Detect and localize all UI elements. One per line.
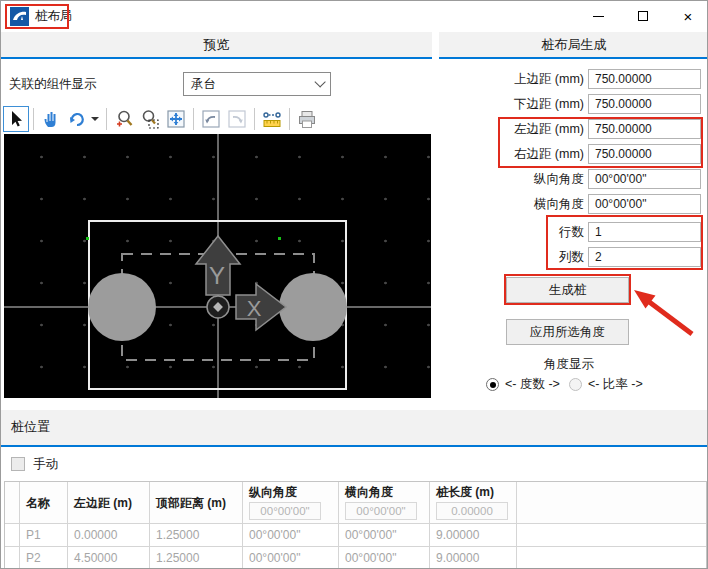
toolbar-separator [254, 108, 255, 130]
column-count-label: 列数 [438, 247, 584, 267]
pile-position-header: 桩位置 [1, 410, 708, 447]
zoom-window-button[interactable] [137, 106, 163, 132]
angle-display-label: 角度显示 [438, 356, 700, 373]
annotation-arrow-icon [626, 284, 704, 342]
cell-vertical-angle[interactable]: 00°00'00" [243, 547, 339, 569]
cell-top-distance[interactable]: 1.25000 [150, 547, 243, 569]
top-margin-input[interactable]: 750.00000 [588, 69, 701, 89]
table-row-p1[interactable]: P1 0.00000 1.25000 00°00'00" 00°00'00" 9… [5, 524, 706, 547]
bottom-margin-input[interactable]: 750.00000 [588, 94, 701, 114]
rotate-view-icon [66, 108, 88, 130]
degrees-radio-label[interactable]: <- 度数 -> [505, 376, 560, 393]
manual-checkbox-label[interactable]: 手动 [33, 455, 58, 473]
cad-preview-canvas[interactable]: Y X [4, 134, 431, 398]
row-selector-cell[interactable] [5, 547, 20, 569]
close-button[interactable]: × [667, 1, 708, 31]
maximize-button[interactable] [622, 1, 664, 31]
vertical-angle-input[interactable]: 00°00'00" [588, 169, 701, 189]
rotate-view-button[interactable] [64, 106, 90, 132]
cell-pile-length[interactable]: 9.00000 [430, 524, 517, 547]
minimize-icon [593, 16, 604, 17]
row-selector-cell[interactable] [5, 524, 20, 547]
row-count-label: 行数 [438, 222, 584, 242]
toolbar-separator [289, 108, 290, 130]
measure-button[interactable] [259, 106, 285, 132]
print-button[interactable] [294, 106, 320, 132]
col-header-top-distance: 顶部距离 (m) [150, 482, 243, 524]
component-display-label: 关联的组件显示 [9, 73, 97, 95]
rotate-dropdown-caret-icon[interactable] [91, 117, 99, 121]
toolbar-separator [33, 108, 34, 130]
select-cursor-button[interactable] [3, 106, 29, 132]
horizontal-angle-label: 横向角度 [438, 194, 584, 214]
col-header-pile-length: 桩长度 (m) 0.00000 [430, 482, 517, 524]
pile-length-bulk-input[interactable]: 0.00000 [436, 502, 508, 520]
select-cursor-icon [5, 108, 27, 130]
pan-hand-button[interactable] [38, 106, 64, 132]
print-icon [296, 108, 318, 130]
maximize-icon [638, 11, 648, 21]
right-margin-input[interactable]: 750.00000 [588, 144, 701, 164]
apply-selected-angle-button[interactable]: 应用所选角度 [506, 319, 629, 345]
radio-selected-dot [490, 382, 496, 388]
toolbar-separator [193, 108, 194, 130]
row-filler [517, 524, 706, 547]
pile-circle-p1 [88, 273, 156, 341]
manual-checkbox[interactable] [11, 457, 25, 471]
node-marker [278, 237, 281, 240]
left-margin-label: 左边距 (mm) [438, 119, 584, 139]
cell-name[interactable]: P1 [20, 524, 68, 547]
cell-name[interactable]: P2 [20, 547, 68, 569]
x-axis-label: X [247, 296, 262, 321]
cell-top-distance[interactable]: 1.25000 [150, 524, 243, 547]
column-count-input[interactable]: 2 [588, 247, 701, 267]
next-view-icon [226, 108, 248, 130]
bottom-margin-label: 下边距 (mm) [438, 94, 584, 114]
pile-layout-dialog: 桩布局 × 预览 桩布局生成 关联的组件显示 承台 [0, 0, 708, 569]
measure-icon [261, 108, 283, 130]
fit-view-button[interactable] [163, 106, 189, 132]
top-margin-label: 上边距 (mm) [438, 69, 584, 89]
generation-panel-header: 桩布局生成 [439, 32, 708, 59]
vertical-angle-label: 纵向角度 [438, 169, 584, 189]
horizontal-angle-input[interactable]: 00°00'00" [588, 194, 701, 214]
horizontal-angle-bulk-input[interactable]: 00°00'00" [345, 502, 417, 520]
col-header-left-margin: 左边距 (m) [68, 482, 150, 524]
zoom-in-button[interactable] [111, 106, 137, 132]
cell-left-margin[interactable]: 0.00000 [68, 524, 150, 547]
pile-circle-p2 [279, 273, 347, 341]
close-icon: × [684, 9, 693, 24]
cell-horizontal-angle[interactable]: 00°00'00" [339, 547, 430, 569]
toolbar-separator [106, 108, 107, 130]
zoom-in-icon [113, 108, 135, 130]
y-axis-label: Y [209, 262, 225, 289]
table-header-row: 名称 左边距 (m) 顶部距离 (m) 纵向角度 00°00'00" 横向角度 … [5, 482, 706, 524]
cell-horizontal-angle[interactable]: 00°00'00" [339, 524, 430, 547]
next-view-button[interactable] [224, 106, 250, 132]
ratio-radio-label[interactable]: <- 比率 -> [588, 376, 643, 393]
fit-view-icon [165, 108, 187, 130]
row-count-input[interactable]: 1 [588, 222, 701, 242]
prev-view-button[interactable] [198, 106, 224, 132]
row-filler [517, 547, 706, 569]
table-row-p2[interactable]: P2 4.50000 1.25000 00°00'00" 00°00'00" 9… [5, 547, 706, 569]
chevron-down-icon [314, 76, 325, 87]
angle-display-radio-group: <- 度数 -> <- 比率 -> [486, 376, 652, 393]
table-header-filler [517, 482, 706, 524]
cell-left-margin[interactable]: 4.50000 [68, 547, 150, 569]
cell-pile-length[interactable]: 9.00000 [430, 547, 517, 569]
generate-piles-button[interactable]: 生成桩 [506, 277, 629, 303]
component-select[interactable]: 承台 [183, 72, 331, 96]
degrees-radio[interactable] [486, 378, 499, 391]
ratio-radio[interactable] [569, 378, 582, 391]
left-margin-input[interactable]: 750.00000 [588, 119, 701, 139]
vertical-angle-bulk-input[interactable]: 00°00'00" [249, 502, 321, 520]
minimize-button[interactable] [577, 1, 619, 31]
zoom-window-icon [139, 108, 161, 130]
cell-vertical-angle[interactable]: 00°00'00" [243, 524, 339, 547]
col-header-name: 名称 [20, 482, 68, 524]
pile-position-table: 名称 左边距 (m) 顶部距离 (m) 纵向角度 00°00'00" 横向角度 … [4, 481, 707, 569]
preview-panel-header: 预览 [1, 32, 432, 59]
prev-view-icon [200, 108, 222, 130]
window-title: 桩布局 [35, 1, 73, 31]
